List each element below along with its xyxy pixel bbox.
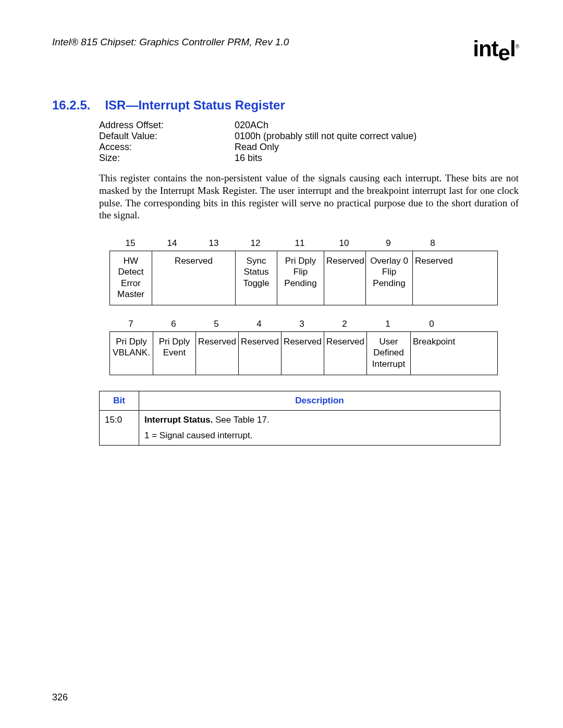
bit-field-label: Breakpoint xyxy=(413,336,452,347)
meta-row: Address Offset: 020ACh xyxy=(99,120,519,131)
bit-field-cell: Reserved xyxy=(324,251,365,305)
bit-number: 8 xyxy=(412,238,454,249)
bit-field-cell: Pri DplyFlipPending xyxy=(277,251,324,305)
bit-field-cell: Reserved xyxy=(281,332,324,375)
bit-field-label: Flip xyxy=(279,266,322,277)
register-meta: Address Offset: 020ACh Default Value: 01… xyxy=(99,120,519,164)
bit-field-label: User xyxy=(369,336,408,347)
bit-field-label: Pending xyxy=(368,278,410,289)
bit-number: 14 xyxy=(151,238,193,249)
bitfield-diagram-low: 76543210 Pri DplyVBLANK.Pri DplyEventRes… xyxy=(109,319,498,375)
doc-title: Intel® 815 Chipset: Graphics Controller … xyxy=(52,36,289,48)
bit-number: 1 xyxy=(366,319,410,329)
bit-field-label: Pending xyxy=(279,278,322,289)
section-heading: 16.2.5. ISR—Interrupt Status Register xyxy=(52,98,519,113)
bit-field-cell: Reserved xyxy=(238,332,281,375)
desc-line2: 1 = Signal caused interrupt. xyxy=(144,430,495,441)
meta-row: Access: Read Only xyxy=(99,142,519,153)
bit-number: 3 xyxy=(280,319,323,329)
bit-field-label: Event xyxy=(155,347,193,358)
bit-number: 2 xyxy=(323,319,366,329)
bit-number: 4 xyxy=(238,319,280,329)
meta-label: Address Offset: xyxy=(99,120,235,131)
bit-number: 12 xyxy=(235,238,276,249)
bit-field-cell: Pri DplyVBLANK. xyxy=(110,332,153,375)
bit-field-label: Pri Dply xyxy=(155,336,193,347)
intel-logo: intel® xyxy=(473,36,519,61)
bit-field-label: Reserved xyxy=(154,255,233,266)
bit-field-label: Sync xyxy=(238,255,275,266)
bit-field-label: Status xyxy=(238,266,275,277)
bit-field-label: Reserved xyxy=(415,255,452,266)
col-header-description: Description xyxy=(139,391,500,410)
bit-field-label: Reserved xyxy=(198,336,236,347)
bit-number: 9 xyxy=(365,238,412,249)
meta-label: Size: xyxy=(99,153,235,164)
bit-field-label: Reserved xyxy=(326,336,364,347)
page-header: Intel® 815 Chipset: Graphics Controller … xyxy=(52,36,519,61)
page: Intel® 815 Chipset: Graphics Controller … xyxy=(0,0,563,728)
section-number: 16.2.5. xyxy=(52,98,90,113)
bit-field-label: VBLANK. xyxy=(112,347,151,358)
bit-field-cell: UserDefinedInterrupt xyxy=(366,332,410,375)
bit-field-cell: HWDetectErrorMaster xyxy=(110,251,152,305)
bit-field-label: Pri Dply xyxy=(112,336,151,347)
col-header-bit: Bit xyxy=(100,391,139,410)
meta-value: 0100h (probably still not quite correct … xyxy=(235,131,417,142)
bit-field-label: HW xyxy=(112,255,150,266)
meta-value: 020ACh xyxy=(235,120,268,131)
section-title: ISR—Interrupt Status Register xyxy=(105,98,285,113)
meta-value: 16 bits xyxy=(235,153,262,164)
bit-field-cell: SyncStatusToggle xyxy=(235,251,277,305)
meta-row: Size: 16 bits xyxy=(99,153,519,164)
bit-number: 5 xyxy=(195,319,238,329)
desc-rest: See Table 17. xyxy=(213,415,269,425)
bit-field-cell: Breakpoint xyxy=(410,332,454,375)
cell-description: Interrupt Status. See Table 17. 1 = Sign… xyxy=(139,410,500,445)
table-row: 15:0 Interrupt Status. See Table 17. 1 =… xyxy=(100,410,500,445)
bit-field-label: Toggle xyxy=(238,278,275,289)
table-header-row: Bit Description xyxy=(100,391,500,410)
bit-field-cell: Pri DplyEvent xyxy=(153,332,195,375)
bit-field-label: Pri Dply xyxy=(279,255,322,266)
bit-field-label: Master xyxy=(112,289,150,300)
bit-field-label: Overlay 0 xyxy=(368,255,410,266)
section-description: This register contains the non-persisten… xyxy=(99,172,519,221)
bit-field-cell: Reserved xyxy=(324,332,366,375)
desc-bold: Interrupt Status. xyxy=(144,415,213,425)
bit-number: 0 xyxy=(410,319,454,329)
bit-description-table: Bit Description 15:0 Interrupt Status. S… xyxy=(99,391,500,446)
cell-bit: 15:0 xyxy=(100,410,139,445)
bit-field-cell: Reserved xyxy=(412,251,454,305)
page-number: 326 xyxy=(52,692,68,703)
bit-field-cell: Reserved xyxy=(195,332,238,375)
bit-field-label: Reserved xyxy=(284,336,322,347)
bit-field-label: Error xyxy=(112,278,150,289)
bit-number: 15 xyxy=(109,238,151,249)
bit-field-label: Reserved xyxy=(241,336,279,347)
bit-field-cell: Overlay 0FlipPending xyxy=(365,251,412,305)
bit-field-cell: Reserved xyxy=(152,251,235,305)
meta-row: Default Value: 0100h (probably still not… xyxy=(99,131,519,142)
bit-field-label: Detect xyxy=(112,266,150,277)
bit-number: 6 xyxy=(152,319,195,329)
bit-field-label: Defined xyxy=(369,347,408,358)
bitfield-diagram-high: 15141312111098 HWDetectErrorMasterReserv… xyxy=(109,238,498,305)
bit-number: 10 xyxy=(323,238,365,249)
bit-number: 13 xyxy=(193,238,235,249)
meta-label: Default Value: xyxy=(99,131,235,142)
bit-field-label: Reserved xyxy=(326,255,363,266)
meta-value: Read Only xyxy=(235,142,279,153)
bit-number: 11 xyxy=(276,238,323,249)
meta-label: Access: xyxy=(99,142,235,153)
bit-field-label: Flip xyxy=(368,266,410,277)
bit-field-label: Interrupt xyxy=(369,359,408,369)
bit-number: 7 xyxy=(109,319,152,329)
